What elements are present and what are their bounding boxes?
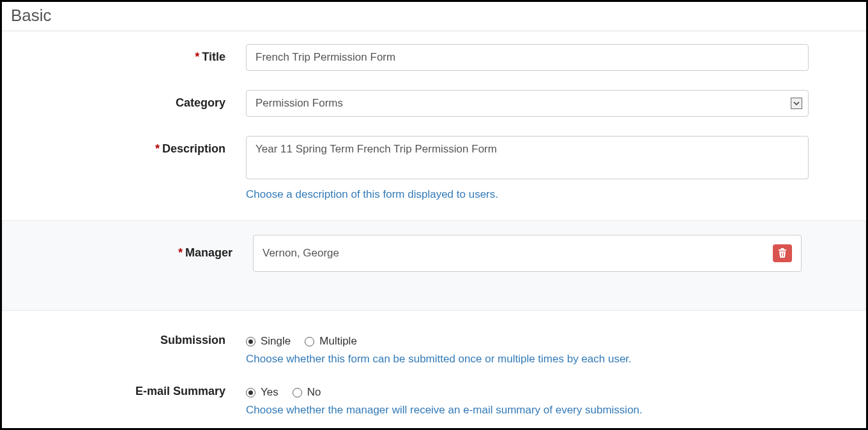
input-col-email-summary: Yes No Choose whether the manager will r… bbox=[246, 385, 860, 417]
label-category-text: Category bbox=[176, 96, 225, 109]
description-help: Choose a description of this form displa… bbox=[246, 188, 809, 201]
label-email-summary-text: E-mail Summary bbox=[135, 385, 225, 397]
manager-box[interactable]: Vernon, George bbox=[253, 235, 802, 272]
email-summary-help: Choose whether the manager will receive … bbox=[246, 404, 809, 417]
radio-icon bbox=[305, 337, 314, 346]
label-manager-text: Manager bbox=[185, 246, 232, 259]
form-area: *Title Category Permission Forms *Descri… bbox=[2, 31, 866, 417]
category-select-wrapper: Permission Forms bbox=[246, 90, 809, 117]
manager-value: Vernon, George bbox=[263, 247, 339, 260]
email-summary-yes-label: Yes bbox=[261, 386, 278, 399]
email-summary-no-radio[interactable]: No bbox=[293, 386, 321, 399]
row-description: *Description Choose a description of thi… bbox=[2, 136, 866, 201]
label-title: *Title bbox=[8, 44, 246, 64]
label-description-text: Description bbox=[162, 142, 225, 155]
label-description: *Description bbox=[8, 136, 246, 156]
title-input[interactable] bbox=[246, 44, 809, 71]
input-col-category: Permission Forms bbox=[246, 90, 860, 117]
email-summary-yes-radio[interactable]: Yes bbox=[246, 386, 278, 399]
row-manager: *Manager Vernon, George bbox=[9, 235, 859, 272]
submission-multiple-label: Multiple bbox=[319, 335, 357, 348]
row-submission: Submission Single Multiple Choose whethe… bbox=[2, 334, 866, 366]
submission-single-radio[interactable]: Single bbox=[246, 335, 291, 348]
input-col-description: Choose a description of this form displa… bbox=[246, 136, 860, 201]
category-select[interactable]: Permission Forms bbox=[246, 90, 809, 117]
required-asterisk: * bbox=[155, 142, 160, 155]
description-input[interactable] bbox=[246, 136, 809, 179]
radio-icon bbox=[246, 337, 255, 346]
trash-icon bbox=[778, 248, 787, 260]
manager-section: *Manager Vernon, George bbox=[2, 220, 866, 311]
input-col-title bbox=[246, 44, 860, 71]
submission-multiple-radio[interactable]: Multiple bbox=[305, 335, 357, 348]
submission-radio-group: Single Multiple bbox=[246, 334, 809, 348]
required-asterisk: * bbox=[178, 246, 183, 259]
submission-help: Choose whether this form can be submitte… bbox=[246, 353, 809, 366]
label-category: Category bbox=[8, 90, 246, 110]
radio-icon bbox=[293, 388, 302, 397]
row-email-summary: E-mail Summary Yes No Choose whether the… bbox=[2, 385, 866, 417]
label-submission: Submission bbox=[8, 334, 246, 347]
label-title-text: Title bbox=[202, 50, 225, 63]
radio-icon bbox=[246, 388, 255, 397]
input-col-submission: Single Multiple Choose whether this form… bbox=[246, 334, 860, 366]
label-submission-text: Submission bbox=[160, 334, 225, 346]
label-email-summary: E-mail Summary bbox=[8, 385, 246, 398]
label-manager: *Manager bbox=[15, 235, 253, 260]
section-title: Basic bbox=[2, 2, 866, 31]
email-summary-radio-group: Yes No bbox=[246, 385, 809, 399]
submission-single-label: Single bbox=[261, 335, 291, 348]
email-summary-no-label: No bbox=[307, 386, 321, 399]
input-col-manager: Vernon, George bbox=[253, 235, 853, 272]
required-asterisk: * bbox=[195, 50, 199, 63]
row-category: Category Permission Forms bbox=[2, 90, 866, 117]
row-title: *Title bbox=[2, 44, 866, 71]
delete-manager-button[interactable] bbox=[773, 244, 792, 262]
